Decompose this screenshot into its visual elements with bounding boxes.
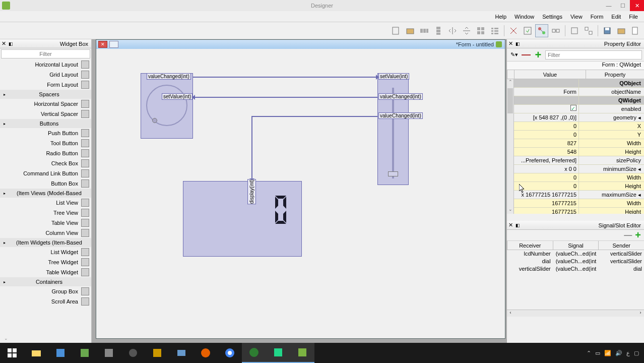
prop-group-row[interactable]: QObject: [514, 79, 644, 88]
taskbar-explorer[interactable]: [24, 343, 48, 363]
minimize-button[interactable]: —: [602, 0, 616, 11]
taskbar-firefox[interactable]: [194, 343, 218, 363]
system-tray[interactable]: ⌃ ▭ 📶 🔊 ع ▢: [587, 350, 644, 356]
widgetbox-item[interactable]: Check Box: [0, 158, 91, 168]
widgetbox-item[interactable]: Horizontal Layout: [0, 59, 91, 70]
widgetbox-close-icon[interactable]: ✕: [0, 40, 7, 47]
menu-window[interactable]: Window: [510, 14, 538, 20]
taskbar-app7[interactable]: [242, 343, 266, 363]
widgetbox-item[interactable]: Tree Widget: [0, 257, 91, 267]
maximize-button[interactable]: ☐: [616, 0, 630, 11]
tool-open[interactable]: [404, 24, 417, 37]
signal-label[interactable]: setValue(int): [378, 73, 409, 80]
widgetbox-item[interactable]: Form Layout: [0, 80, 91, 90]
taskbar-pycharm[interactable]: [266, 343, 290, 363]
widget-lcd-number[interactable]: [183, 181, 302, 257]
widgetbox-item[interactable]: Tree View: [0, 208, 91, 218]
tray-volume-icon[interactable]: 🔊: [615, 350, 622, 356]
tool-adjust-size[interactable]: [521, 24, 534, 37]
prop-row[interactable]: 16777215Height: [514, 208, 644, 214]
prop-col-value[interactable]: Value: [514, 70, 586, 79]
signal-label[interactable]: display(int): [247, 179, 256, 204]
sigslot-hscrollbar[interactable]: ‹›: [507, 310, 644, 317]
tool-layout-hsplit[interactable]: [446, 24, 459, 37]
widgetbox-item[interactable]: List View: [0, 198, 91, 208]
menu-form[interactable]: Form: [587, 14, 608, 20]
sigslot-dock-icon[interactable]: ◧: [514, 223, 521, 228]
prop-row[interactable]: [x 548 827 ,(0 ,0)]geometry ◂: [514, 113, 644, 122]
widgetbox-item[interactable]: Scroll Area: [0, 296, 91, 307]
sigslot-col-receiver[interactable]: Receiver: [507, 241, 553, 250]
widgetbox-item[interactable]: Horizontal Spacer: [0, 99, 91, 109]
signal-label[interactable]: valueChanged(int): [147, 73, 191, 80]
signal-label[interactable]: valueChanged(int): [378, 93, 423, 100]
sigslot-row[interactable]: verticalSlider(valueCh...ed(intdial: [507, 265, 644, 273]
signal-label[interactable]: setValue(int): [162, 93, 192, 100]
prop-row[interactable]: 16777215Width: [514, 199, 644, 208]
tool-grid[interactable]: [474, 24, 487, 37]
widgetbox-category[interactable]: ▸Containers: [0, 277, 91, 286]
form-max-icon[interactable]: [109, 41, 118, 48]
prop-col-property[interactable]: Property: [586, 70, 644, 79]
widgetbox-category[interactable]: ▸Spacers: [0, 90, 91, 99]
widgetbox-item[interactable]: Grid Layout: [0, 70, 91, 80]
tool-layout-h[interactable]: [418, 24, 431, 37]
prop-row[interactable]: x 16777215 16777215maximumSize ◂: [514, 191, 644, 199]
taskbar-app5[interactable]: [145, 343, 169, 363]
prop-row[interactable]: 0X: [514, 122, 644, 131]
menu-edit[interactable]: Edit: [607, 14, 625, 20]
widgetbox-scroll-down[interactable]: ⌄: [0, 336, 91, 343]
tool-form-layout[interactable]: [488, 24, 501, 37]
prop-dock-icon[interactable]: ◧: [514, 41, 521, 46]
menu-help[interactable]: Help: [491, 14, 510, 20]
prop-row[interactable]: 0Width: [514, 173, 644, 182]
prop-config-icon[interactable]: ✎▾: [509, 50, 519, 60]
prop-filter-input[interactable]: [545, 50, 642, 59]
tool-tab-order[interactable]: [582, 24, 595, 37]
widgetbox-item[interactable]: Tool Button: [0, 138, 91, 148]
tool-new[interactable]: [390, 24, 403, 37]
taskbar-qtdesigner[interactable]: [290, 343, 314, 363]
widgetbox-category[interactable]: ▸(Item Views (Model-Based: [0, 189, 91, 198]
widgetbox-item[interactable]: Table Widget: [0, 267, 91, 277]
tool-widget-edit[interactable]: [568, 24, 581, 37]
sigslot-add-button[interactable]: +: [635, 229, 641, 241]
tool-layout-v[interactable]: [432, 24, 445, 37]
taskbar-app3[interactable]: [97, 343, 121, 363]
widgetbox-dock-icon[interactable]: ◧: [7, 41, 14, 46]
tool-break-layout[interactable]: [507, 24, 520, 37]
sigslot-row[interactable]: dial(valueCh...ed(intverticalSlider: [507, 258, 644, 265]
widgetbox-category[interactable]: ▸Buttons: [0, 119, 91, 128]
tray-battery-icon[interactable]: ▭: [595, 350, 600, 356]
start-button[interactable]: [0, 343, 24, 363]
tray-lang[interactable]: ع: [626, 350, 630, 356]
prop-close-icon[interactable]: ✕: [507, 40, 514, 47]
tool-buddy-mode[interactable]: [549, 24, 562, 37]
widgetbox-item[interactable]: Command Link Button: [0, 168, 91, 178]
taskbar-app4[interactable]: [121, 343, 145, 363]
widgetbox-item[interactable]: Group Box: [0, 286, 91, 296]
widgetbox-category[interactable]: ▸(Item Widgets (Item-Based: [0, 238, 91, 247]
sigslot-row[interactable]: lcdNumber(valueCh...ed(intverticalSlider: [507, 250, 644, 258]
tool-new2[interactable]: [629, 24, 642, 37]
tray-network-icon[interactable]: 📶: [604, 350, 611, 356]
prop-row[interactable]: x 0 0minimumSize ◂: [514, 165, 644, 173]
menu-file[interactable]: File: [625, 14, 642, 20]
taskbar-chrome[interactable]: [218, 343, 242, 363]
tray-action-center-icon[interactable]: ▢: [634, 350, 639, 356]
prop-add-button[interactable]: +: [533, 50, 543, 60]
widgetbox-item[interactable]: Column View: [0, 228, 91, 238]
prop-row[interactable]: enabled: [514, 105, 644, 113]
menu-view[interactable]: View: [566, 14, 587, 20]
sigslot-remove-button[interactable]: —: [624, 231, 632, 240]
prop-row[interactable]: 827Width: [514, 139, 644, 148]
prop-scrollbar[interactable]: ⌃⌄: [507, 79, 514, 214]
sigslot-col-signal[interactable]: Signal: [553, 241, 599, 250]
widget-dial[interactable]: [141, 73, 193, 139]
prop-row[interactable]: 0Y: [514, 131, 644, 139]
sigslot-col-sender[interactable]: Sender: [598, 241, 644, 250]
widgetbox-item[interactable]: Radio Button: [0, 148, 91, 158]
prop-row[interactable]: 548Height: [514, 148, 644, 156]
widgetbox-item[interactable]: Button Box: [0, 178, 91, 189]
widgetbox-item[interactable]: Vertical Spacer: [0, 109, 91, 119]
